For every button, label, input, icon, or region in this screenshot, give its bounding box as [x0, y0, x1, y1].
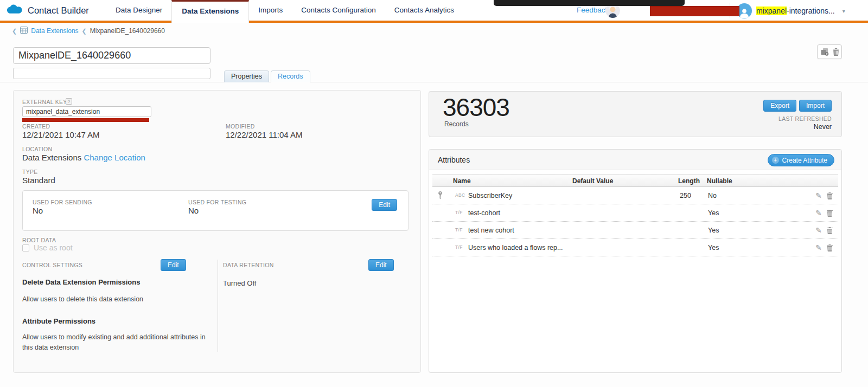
column-length: Length	[678, 177, 700, 185]
plus-icon: +	[772, 157, 779, 164]
type-value: Standard	[22, 176, 55, 185]
location-label: LOCATION	[22, 146, 52, 152]
app-logo[interactable]: Contact Builder	[7, 0, 89, 21]
use-as-root-label: Use as root	[34, 243, 73, 252]
user-menu[interactable]: mixpanel-integrations... ▾	[737, 0, 845, 22]
external-key-input[interactable]	[22, 106, 151, 117]
data-retention-value: Turned Off	[223, 278, 256, 289]
used-for-sending-value: No	[33, 206, 43, 215]
edit-attribute-icon[interactable]: ✎	[815, 226, 822, 235]
delete-permissions-title: Delete Data Extension Permissions	[22, 278, 140, 286]
create-attribute-button[interactable]: + Create Attribute	[768, 154, 834, 166]
table-row: ABC SubscriberKey 250 No ✎	[432, 187, 838, 204]
type-text-icon: ABC	[455, 192, 465, 198]
change-location-link[interactable]: Change Location	[84, 153, 145, 162]
redaction-black	[494, 0, 685, 6]
properties-panel: EXTERNAL KEY ? CREATED 12/21/2021 10:47 …	[13, 90, 421, 373]
breadcrumb: ❮ Data Extensions ❮ MixpanelDE_164002966…	[12, 27, 165, 35]
edit-attribute-icon[interactable]: ✎	[815, 191, 822, 200]
records-card: 36303 Records Export Import LAST REFRESH…	[429, 91, 842, 137]
created-value: 12/21/2021 10:47 AM	[22, 130, 100, 139]
page-tools	[817, 44, 842, 59]
data-extension-grid-icon	[20, 27, 28, 35]
created-label: CREATED	[22, 123, 50, 130]
used-for-testing-label: USED FOR TESTING	[188, 199, 246, 205]
chevron-down-icon[interactable]: ▾	[843, 8, 845, 14]
attribute-permissions-desc: Allow users to modify existing and add a…	[22, 332, 207, 353]
delete-attribute-icon[interactable]	[827, 210, 833, 217]
attributes-title: Attributes	[438, 150, 470, 170]
table-row: T/F test new cohort Yes ✎	[432, 222, 838, 239]
delete-attribute-icon[interactable]	[827, 244, 833, 251]
main-nav: Data Designer Data Extensions Imports Co…	[106, 0, 463, 23]
extension-name-input[interactable]	[13, 47, 210, 64]
edit-sending-button[interactable]: Edit	[372, 199, 397, 211]
control-settings-label: CONTROL SETTINGS	[22, 262, 82, 268]
data-retention-label: DATA RETENTION	[223, 262, 274, 268]
user-name: mixpanel-integrations...	[756, 7, 835, 15]
export-button[interactable]: Export	[763, 100, 796, 112]
help-icon[interactable]: ?	[66, 98, 72, 105]
location-value: Data Extensions Change Location	[22, 153, 145, 162]
copy-extension-icon[interactable]	[820, 48, 829, 56]
use-as-root-checkbox[interactable]	[22, 244, 29, 251]
breadcrumb-separator-icon: ❮	[82, 28, 87, 35]
feedback-link[interactable]: Feedback	[577, 6, 609, 14]
attribute-nullable: No	[708, 192, 717, 199]
sending-testing-box: USED FOR SENDING No USED FOR TESTING No …	[22, 190, 409, 231]
attributes-panel: Attributes + Create Attribute Name Defau…	[429, 149, 842, 373]
attributes-table-header: Name Default Value Length Nullable	[432, 174, 838, 187]
last-refreshed-value: Never	[814, 123, 832, 131]
root-data-label: ROOT DATA	[22, 237, 56, 243]
top-nav: Contact Builder Data Designer Data Exten…	[0, 0, 868, 23]
attribute-length: 250	[680, 192, 691, 199]
breadcrumb-back-icon[interactable]: ❮	[12, 28, 17, 35]
attribute-nullable: Yes	[708, 209, 719, 217]
used-for-sending-label: USED FOR SENDING	[33, 199, 92, 205]
nav-data-designer[interactable]: Data Designer	[106, 0, 171, 21]
edit-data-retention-button[interactable]: Edit	[368, 259, 394, 271]
detail-tabs: Properties Records	[224, 70, 310, 82]
row-actions: ✎	[815, 209, 833, 217]
nav-accent-bar	[0, 21, 868, 23]
user-name-rest: -integrations...	[787, 7, 835, 15]
column-name: Name	[453, 177, 471, 185]
nav-contacts-analytics[interactable]: Contacts Analytics	[385, 0, 463, 21]
records-buttons: Export Import	[763, 100, 832, 112]
column-default-value: Default Value	[572, 177, 613, 185]
attribute-name: test-cohort	[468, 209, 500, 217]
nav-data-extensions[interactable]: Data Extensions	[171, 0, 249, 23]
settings-column-divider	[218, 260, 218, 352]
edit-attribute-icon[interactable]: ✎	[815, 243, 822, 252]
location-text: Data Extensions	[22, 153, 81, 162]
modified-label: MODIFIED	[226, 123, 255, 130]
delete-extension-icon[interactable]	[833, 48, 839, 56]
records-count: 36303	[443, 93, 509, 122]
tab-properties[interactable]: Properties	[224, 70, 269, 82]
breadcrumb-data-extensions[interactable]: Data Extensions	[31, 27, 78, 35]
type-boolean-icon: T/F	[455, 244, 463, 250]
edit-control-settings-button[interactable]: Edit	[161, 259, 186, 271]
annotation-red-underline	[22, 118, 149, 122]
app-title: Contact Builder	[28, 5, 89, 16]
user-name-highlight: mixpanel	[756, 7, 787, 15]
extension-description-input[interactable]	[13, 68, 210, 79]
attribute-name: Users who loaded a flows rep...	[468, 244, 563, 251]
edit-attribute-icon[interactable]: ✎	[815, 209, 822, 217]
delete-attribute-icon[interactable]	[827, 227, 833, 234]
row-actions: ✎	[815, 226, 833, 235]
row-actions: ✎	[815, 243, 833, 252]
records-label: Records	[444, 120, 469, 128]
nav-imports[interactable]: Imports	[249, 0, 292, 21]
import-button[interactable]: Import	[799, 100, 832, 112]
last-refreshed-label: LAST REFRESHED	[778, 115, 832, 122]
primary-key-icon	[438, 191, 443, 202]
redaction-red	[650, 6, 739, 16]
delete-attribute-icon[interactable]	[827, 192, 833, 199]
column-nullable: Nullable	[707, 177, 732, 185]
table-row: T/F Users who loaded a flows rep... Yes …	[432, 239, 838, 256]
table-row: T/F test-cohort Yes ✎	[432, 204, 838, 222]
tab-strip-divider	[0, 82, 868, 82]
nav-contacts-configuration[interactable]: Contacts Configuration	[292, 0, 385, 21]
tab-records[interactable]: Records	[271, 70, 310, 82]
